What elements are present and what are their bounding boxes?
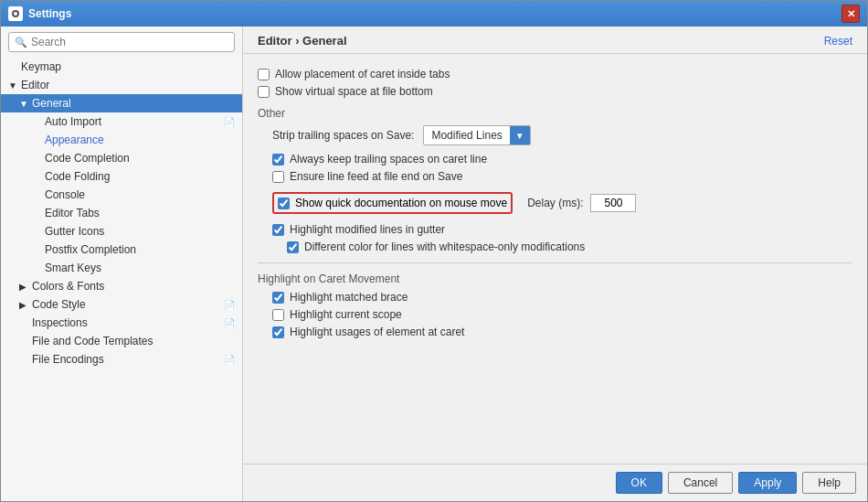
main-content: 🔍 Keymap ▼ Editor ▼ General Auto Imp xyxy=(1,27,867,501)
main-panel: Editor › General Reset Allow placement o… xyxy=(243,27,867,501)
doc-icon: 📄 xyxy=(224,117,235,127)
sidebar-item-label: Postfix Completion xyxy=(45,243,136,256)
caret-section-label: Highlight on Caret Movement xyxy=(258,272,852,285)
quick-doc-highlighted: Show quick documentation on mouse move xyxy=(272,192,513,214)
arrow-icon: ▶ xyxy=(19,300,28,310)
strip-trailing-label: Strip trailing spaces on Save: xyxy=(272,129,414,142)
highlight-brace-row: Highlight matched brace xyxy=(272,291,852,304)
allow-caret-checkbox[interactable] xyxy=(258,69,270,80)
sidebar-item-general[interactable]: ▼ General xyxy=(1,94,242,112)
search-input[interactable] xyxy=(31,36,228,48)
window-title: Settings xyxy=(28,7,71,20)
svg-point-1 xyxy=(14,12,17,16)
settings-window: Settings ✕ 🔍 Keymap ▼ Editor ▼ xyxy=(0,0,868,502)
show-virtual-label: Show virtual space at file bottom xyxy=(275,85,433,98)
sidebar-item-label: File and Code Templates xyxy=(32,335,153,347)
title-bar: Settings ✕ xyxy=(1,1,867,27)
sidebar-item-gutter-icons[interactable]: Gutter Icons xyxy=(1,222,242,240)
sidebar-item-label: Auto Import xyxy=(45,115,101,128)
allow-caret-label: Allow placement of caret inside tabs xyxy=(275,68,450,80)
help-button[interactable]: Help xyxy=(802,472,856,494)
highlight-usages-checkbox[interactable] xyxy=(272,326,284,338)
delay-input[interactable] xyxy=(590,194,636,212)
sidebar-item-label: Smart Keys xyxy=(45,262,101,274)
ensure-line-feed-checkbox[interactable] xyxy=(272,171,284,183)
show-quick-doc-checkbox[interactable] xyxy=(278,198,290,209)
caret-indent-section: Highlight matched brace Highlight curren… xyxy=(272,291,852,338)
sidebar-item-editor-tabs[interactable]: Editor Tabs xyxy=(1,204,242,222)
sidebar-item-label: File Encodings xyxy=(32,353,104,366)
show-virtual-checkbox[interactable] xyxy=(258,86,270,98)
strip-trailing-row: Strip trailing spaces on Save: Modified … xyxy=(272,125,852,145)
title-bar-left: Settings xyxy=(8,6,71,21)
doc-icon: 📄 xyxy=(224,318,235,328)
dropdown-value: Modified Lines xyxy=(424,125,509,145)
highlight-brace-label: Highlight matched brace xyxy=(290,291,408,304)
highlight-brace-checkbox[interactable] xyxy=(272,292,284,304)
sidebar-item-file-encodings[interactable]: File Encodings 📄 xyxy=(1,350,242,368)
sidebar-item-colors-fonts[interactable]: ▶ Colors & Fonts xyxy=(1,277,242,295)
different-color-row: Different color for lines with whitespac… xyxy=(287,240,852,253)
quick-doc-wrapper: Show quick documentation on mouse move D… xyxy=(272,187,852,219)
apply-button[interactable]: Apply xyxy=(738,472,797,494)
highlight-usages-row: Highlight usages of element at caret xyxy=(272,326,852,338)
sidebar: 🔍 Keymap ▼ Editor ▼ General Auto Imp xyxy=(1,27,243,501)
panel-content: Allow placement of caret inside tabs Sho… xyxy=(243,54,867,464)
highlight-usages-label: Highlight usages of element at caret xyxy=(290,326,464,338)
highlight-modified-label: Highlight modified lines in gutter xyxy=(290,223,445,236)
sidebar-item-label: Code Completion xyxy=(45,152,130,165)
settings-window-icon xyxy=(8,6,23,21)
different-color-checkbox[interactable] xyxy=(287,241,299,253)
sidebar-item-label: Code Folding xyxy=(45,170,110,183)
sidebar-item-postfix-completion[interactable]: Postfix Completion xyxy=(1,240,242,259)
sidebar-item-code-folding[interactable]: Code Folding xyxy=(1,167,242,186)
delay-label: Delay (ms): xyxy=(527,197,583,209)
sidebar-item-label: General xyxy=(32,97,71,110)
cancel-button[interactable]: Cancel xyxy=(668,472,733,494)
allow-caret-row: Allow placement of caret inside tabs xyxy=(258,68,852,80)
footer: OK Cancel Apply Help xyxy=(243,464,867,501)
sidebar-item-smart-keys[interactable]: Smart Keys xyxy=(1,259,242,277)
sidebar-item-appearance[interactable]: Appearance xyxy=(1,131,242,149)
highlight-scope-checkbox[interactable] xyxy=(272,309,284,321)
search-icon: 🔍 xyxy=(15,37,27,48)
panel-header: Editor › General Reset xyxy=(243,27,867,54)
always-keep-label: Always keep trailing spaces on caret lin… xyxy=(290,153,487,166)
divider xyxy=(258,262,852,263)
other-section-label: Other xyxy=(258,107,852,120)
sidebar-item-label: Inspections xyxy=(32,316,88,329)
sidebar-item-auto-import[interactable]: Auto Import 📄 xyxy=(1,112,242,131)
sidebar-item-keymap[interactable]: Keymap xyxy=(1,58,242,76)
sidebar-item-code-style[interactable]: ▶ Code Style 📄 xyxy=(1,295,242,314)
highlight-modified-row: Highlight modified lines in gutter xyxy=(272,223,852,236)
sidebar-item-code-completion[interactable]: Code Completion xyxy=(1,149,242,167)
sidebar-item-inspections[interactable]: Inspections 📄 xyxy=(1,314,242,332)
doc-icon: 📄 xyxy=(224,355,235,365)
breadcrumb: Editor › General xyxy=(258,34,347,48)
sidebar-item-file-templates[interactable]: File and Code Templates xyxy=(1,332,242,350)
highlight-scope-label: Highlight current scope xyxy=(290,308,402,321)
arrow-icon: ▼ xyxy=(8,80,17,91)
strip-dropdown[interactable]: Modified Lines ▼ xyxy=(423,125,530,145)
sidebar-item-label: Gutter Icons xyxy=(45,225,104,238)
show-quick-doc-label: Show quick documentation on mouse move xyxy=(295,197,507,209)
sidebar-item-label: Editor Tabs xyxy=(45,207,100,219)
different-color-label: Different color for lines with whitespac… xyxy=(304,240,585,253)
ensure-line-feed-label: Ensure line feed at file end on Save xyxy=(290,170,462,183)
indent-section: Always keep trailing spaces on caret lin… xyxy=(272,153,852,253)
sidebar-item-label: Appearance xyxy=(45,134,104,146)
always-keep-checkbox[interactable] xyxy=(272,154,284,166)
sidebar-item-label: Colors & Fonts xyxy=(32,280,104,293)
sidebar-item-console[interactable]: Console xyxy=(1,186,242,204)
reset-link[interactable]: Reset xyxy=(824,35,852,48)
delay-row: Delay (ms): xyxy=(527,194,636,212)
show-virtual-row: Show virtual space at file bottom xyxy=(258,85,852,98)
close-button[interactable]: ✕ xyxy=(842,5,860,23)
ok-button[interactable]: OK xyxy=(616,472,662,494)
dropdown-arrow-icon[interactable]: ▼ xyxy=(510,125,530,145)
sidebar-item-label: Editor xyxy=(21,79,49,91)
search-box[interactable]: 🔍 xyxy=(8,32,235,52)
highlight-modified-checkbox[interactable] xyxy=(272,224,284,236)
sidebar-item-editor[interactable]: ▼ Editor xyxy=(1,76,242,94)
highlight-scope-row: Highlight current scope xyxy=(272,308,852,321)
